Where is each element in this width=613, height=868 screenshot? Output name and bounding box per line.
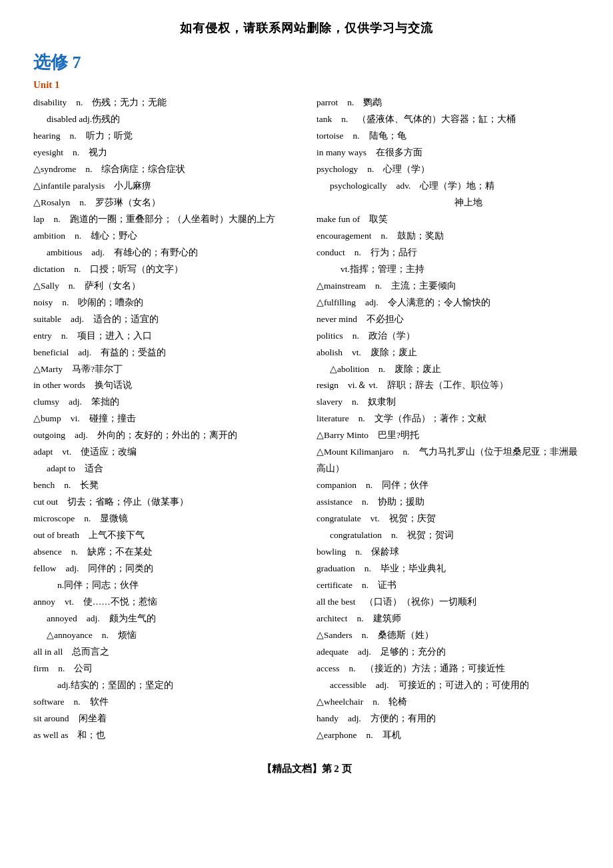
- list-item: annoy vt. 使……不悦；惹恼: [33, 594, 297, 611]
- list-item: architect n. 建筑师: [316, 611, 580, 627]
- list-item: beneficial adj. 有益的；受益的: [33, 345, 297, 361]
- list-item: △infantile paralysis 小儿麻痹: [33, 178, 297, 195]
- list-item: △fulfilling adj. 令人满意的；令人愉快的: [316, 295, 580, 311]
- list-item: congratulation n. 祝贺；贺词: [316, 527, 580, 544]
- list-item: in many ways 在很多方面: [316, 145, 580, 161]
- list-item: adequate adj. 足够的；充分的: [316, 644, 580, 661]
- list-item: △Sanders n. 桑德斯（姓）: [316, 627, 580, 644]
- list-item: △mainstream n. 主流；主要倾向: [316, 278, 580, 295]
- right-column: parrot n. 鹦鹉tank n. （盛液体、气体的）大容器；缸；大桶tor…: [316, 95, 580, 744]
- list-item: ambitious adj. 有雄心的；有野心的: [33, 245, 297, 261]
- list-item: △Rosalyn n. 罗莎琳（女名）: [33, 195, 297, 211]
- list-item: ambition n. 雄心；野心: [33, 228, 297, 245]
- list-item: disability n. 伤残；无力；无能: [33, 95, 297, 111]
- list-item: access n. （接近的）方法；通路；可接近性: [316, 661, 580, 677]
- list-item: dictation n. 口授；听写（的文字）: [33, 261, 297, 278]
- list-item: 神上地: [316, 195, 580, 211]
- list-item: absence n. 缺席；不在某处: [33, 544, 297, 561]
- list-item: abolish vt. 废除；废止: [316, 345, 580, 361]
- list-item: △bump vi. 碰撞；撞击: [33, 411, 297, 427]
- list-item: adj.结实的；坚固的；坚定的: [33, 677, 297, 694]
- list-item: △annoyance n. 烦恼: [33, 627, 297, 644]
- list-item: never mind 不必担心: [316, 311, 580, 328]
- list-item: handy adj. 方便的；有用的: [316, 711, 580, 727]
- list-item: disabled adj.伤残的: [33, 111, 297, 128]
- unit-title: Unit 1: [33, 79, 580, 91]
- list-item: psychology n. 心理（学）: [316, 161, 580, 178]
- list-item: in other words 换句话说: [33, 377, 297, 394]
- list-item: congratulate vt. 祝贺；庆贺: [316, 511, 580, 527]
- list-item: eyesight n. 视力: [33, 145, 297, 161]
- list-item: fellow adj. 同伴的；同类的: [33, 561, 297, 577]
- list-item: psychologically adv. 心理（学）地；精: [316, 178, 580, 195]
- list-item: △Marty 马蒂?菲尔丁: [33, 361, 297, 378]
- list-item: out of breath 上气不接下气: [33, 527, 297, 544]
- list-item: sit around 闲坐着: [33, 711, 297, 727]
- list-item: conduct n. 行为；品行: [316, 245, 580, 261]
- list-item: firm n. 公司: [33, 661, 297, 677]
- list-item: △Barry Minto 巴里?明托: [316, 427, 580, 444]
- list-item: outgoing adj. 外向的；友好的；外出的；离开的: [33, 427, 297, 444]
- list-item: adapt to 适合: [33, 461, 297, 477]
- list-item: annoyed adj. 颇为生气的: [33, 611, 297, 627]
- list-item: noisy n. 吵闹的；嘈杂的: [33, 295, 297, 311]
- list-item: tank n. （盛液体、气体的）大容器；缸；大桶: [316, 111, 580, 128]
- list-item: △wheelchair n. 轮椅: [316, 694, 580, 711]
- list-item: accessible adj. 可接近的；可进入的；可使用的: [316, 677, 580, 694]
- list-item: resign vi.＆ vt. 辞职；辞去（工作、职位等）: [316, 377, 580, 394]
- list-item: companion n. 同伴；伙伴: [316, 477, 580, 494]
- list-item: assistance n. 协助；援助: [316, 494, 580, 511]
- list-item: graduation n. 毕业；毕业典礼: [316, 561, 580, 577]
- list-item: adapt vt. 使适应；改编: [33, 444, 297, 461]
- list-item: suitable adj. 适合的；适宜的: [33, 311, 297, 328]
- list-item: as well as 和；也: [33, 727, 297, 744]
- list-item: entry n. 项目；进入；入口: [33, 328, 297, 345]
- list-item: △abolition n. 废除；废止: [316, 361, 580, 378]
- list-item: vt.指挥；管理；主持: [316, 261, 580, 278]
- list-item: all in all 总而言之: [33, 644, 297, 661]
- list-item: all the best （口语）（祝你）一切顺利: [316, 594, 580, 611]
- book-title: 选修 7: [33, 51, 580, 74]
- list-item: microscope n. 显微镜: [33, 511, 297, 527]
- left-column: disability n. 伤残；无力；无能disabled adj.伤残的he…: [33, 95, 297, 744]
- list-item: parrot n. 鹦鹉: [316, 95, 580, 111]
- list-item: hearing n. 听力；听觉: [33, 128, 297, 145]
- list-item: △syndrome n. 综合病症；综合症状: [33, 161, 297, 178]
- list-item: bench n. 长凳: [33, 477, 297, 494]
- list-item: lap n. 跑道的一圈；重叠部分；（人坐着时）大腿的上方: [33, 211, 297, 228]
- list-item: make fun of 取笑: [316, 211, 580, 228]
- list-item: encouragement n. 鼓励；奖励: [316, 228, 580, 245]
- list-item: cut out 切去；省略；停止（做某事）: [33, 494, 297, 511]
- list-item: clumsy adj. 笨拙的: [33, 394, 297, 411]
- list-item: △earphone n. 耳机: [316, 727, 580, 744]
- list-item: tortoise n. 陆龟；龟: [316, 128, 580, 145]
- list-item: n.同伴；同志；伙伴: [33, 577, 297, 594]
- list-item: software n. 软件: [33, 694, 297, 711]
- list-item: slavery n. 奴隶制: [316, 394, 580, 411]
- top-notice: 如有侵权，请联系网站删除，仅供学习与交流: [33, 20, 580, 36]
- list-item: bowling n. 保龄球: [316, 544, 580, 561]
- list-item: politics n. 政治（学）: [316, 328, 580, 345]
- list-item: literature n. 文学（作品）；著作；文献: [316, 411, 580, 427]
- list-item: △Mount Kilimanjaro n. 气力马扎罗山（位于坦桑尼亚；非洲最高…: [316, 444, 580, 477]
- footer: 【精品文档】第 2 页: [33, 763, 580, 775]
- list-item: certificate n. 证书: [316, 577, 580, 594]
- list-item: △Sally n. 萨利（女名）: [33, 278, 297, 295]
